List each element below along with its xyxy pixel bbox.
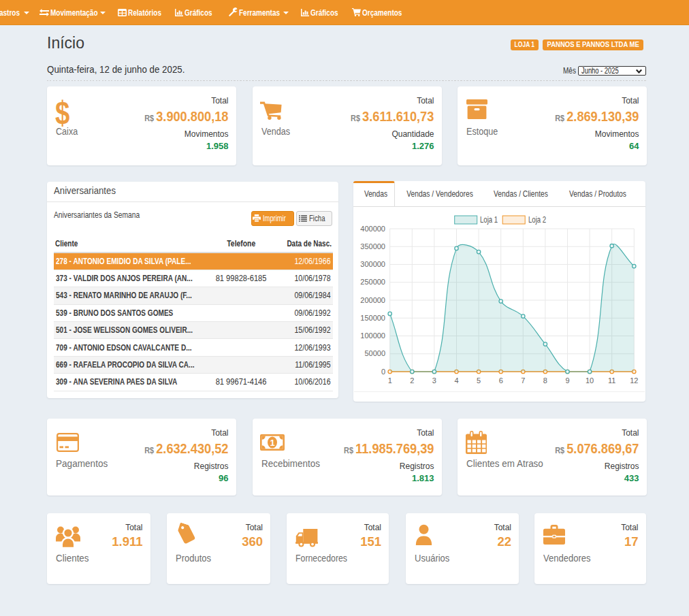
- svg-text:200000: 200000: [360, 296, 385, 304]
- svg-text:50000: 50000: [364, 349, 385, 357]
- svg-text:12: 12: [630, 376, 638, 385]
- svg-text:350000: 350000: [360, 242, 385, 250]
- svg-text:0: 0: [381, 368, 385, 376]
- svg-text:300000: 300000: [360, 260, 385, 268]
- svg-text:10: 10: [586, 376, 594, 385]
- svg-text:5: 5: [477, 376, 481, 385]
- svg-text:8: 8: [543, 376, 547, 385]
- svg-text:6: 6: [499, 376, 503, 385]
- svg-text:Loja 1: Loja 1: [480, 215, 498, 224]
- svg-text:100000: 100000: [360, 331, 385, 340]
- svg-text:1: 1: [388, 376, 392, 385]
- svg-text:400000: 400000: [360, 225, 385, 233]
- svg-text:3: 3: [432, 376, 436, 385]
- svg-text:11: 11: [608, 376, 615, 385]
- svg-text:7: 7: [521, 376, 525, 385]
- svg-text:4: 4: [454, 376, 458, 385]
- svg-text:Loja 2: Loja 2: [528, 215, 546, 224]
- svg-text:9: 9: [565, 376, 569, 385]
- svg-text:250000: 250000: [360, 278, 385, 286]
- svg-text:2: 2: [410, 376, 414, 385]
- svg-text:150000: 150000: [360, 314, 385, 322]
